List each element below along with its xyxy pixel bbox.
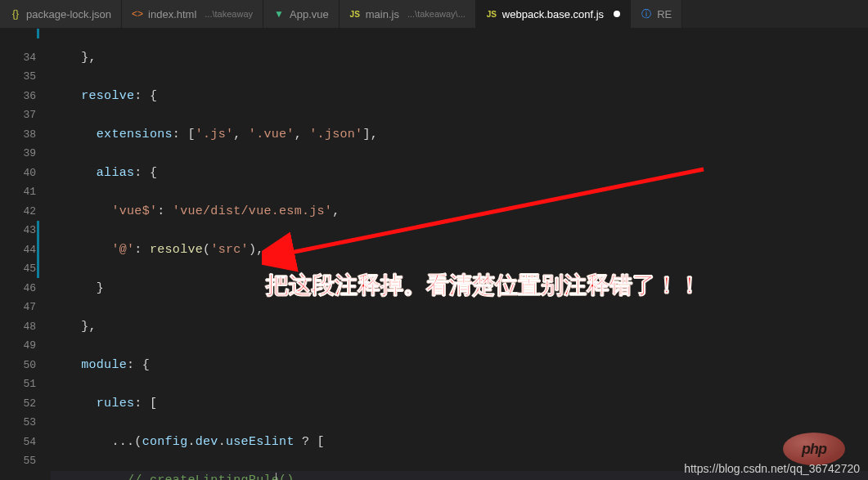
change-indicator bbox=[37, 221, 39, 278]
code-line: module: { bbox=[51, 356, 868, 375]
tab-index-html[interactable]: <> index.html ...\takeaway bbox=[122, 0, 263, 28]
csdn-watermark: https://blog.csdn.net/qq_36742720 bbox=[684, 462, 860, 475]
code-line: alias: { bbox=[51, 164, 868, 183]
js-icon: JS bbox=[486, 8, 497, 20]
html-icon: <> bbox=[132, 8, 143, 20]
tab-label: App.vue bbox=[290, 8, 329, 20]
code-line: } bbox=[51, 279, 868, 298]
tab-webpack-base-conf[interactable]: JS webpack.base.conf.js bbox=[476, 0, 631, 28]
code-line: extensions: ['.js', '.vue', '.json'], bbox=[51, 125, 868, 145]
tab-label: index.html bbox=[148, 8, 196, 20]
tab-label: RE bbox=[657, 8, 672, 20]
code-line: }, bbox=[51, 317, 868, 337]
code-line: ...(config.dev.useEslint ? [ bbox=[51, 433, 868, 452]
tab-app-vue[interactable]: ▼ App.vue bbox=[263, 0, 340, 28]
tab-sublabel: ...\takeaway bbox=[205, 9, 253, 19]
tab-package-lock[interactable]: {} package-lock.json bbox=[0, 0, 122, 28]
code-line: rules: [ bbox=[51, 394, 868, 414]
editor-tabs: {} package-lock.json <> index.html ...\t… bbox=[0, 0, 868, 29]
tab-label: main.js bbox=[366, 8, 399, 20]
tab-sublabel: ...\takeaway\... bbox=[407, 9, 465, 19]
tab-label: webpack.base.conf.js bbox=[502, 8, 604, 20]
vue-icon: ▼ bbox=[273, 8, 285, 20]
php-logo-watermark: php bbox=[783, 433, 845, 465]
code-line: }, bbox=[51, 48, 868, 68]
code-line: 'vue$': 'vue/dist/vue.esm.js', bbox=[51, 202, 868, 222]
json-icon: {} bbox=[10, 8, 21, 20]
dirty-indicator-icon bbox=[614, 11, 620, 17]
line-gutter: 3435363738394041424344454647484950515253… bbox=[0, 29, 51, 480]
tab-label: package-lock.json bbox=[26, 8, 111, 20]
info-icon: ⓘ bbox=[641, 8, 652, 20]
code-line: '@': resolve('src'), bbox=[51, 240, 868, 260]
change-indicator bbox=[37, 29, 39, 38]
code-area[interactable]: }, resolve: { extensions: ['.js', '.vue'… bbox=[51, 29, 868, 480]
tab-main-js[interactable]: JS main.js ...\takeaway\... bbox=[340, 0, 476, 28]
js-icon: JS bbox=[349, 8, 361, 20]
tab-readme[interactable]: ⓘ RE bbox=[631, 0, 682, 28]
code-line: resolve: { bbox=[51, 87, 868, 106]
code-editor[interactable]: 3435363738394041424344454647484950515253… bbox=[0, 29, 868, 480]
